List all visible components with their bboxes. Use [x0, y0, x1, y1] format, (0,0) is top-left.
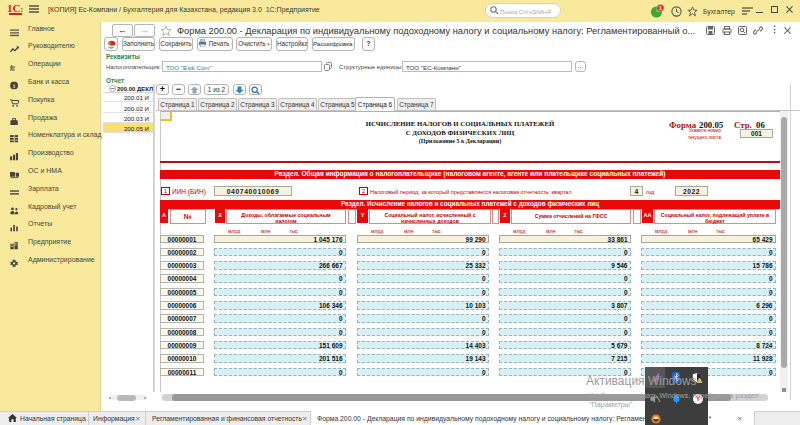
svg-text:i: i	[13, 83, 15, 89]
svg-text:Яz: Яz	[10, 69, 15, 72]
